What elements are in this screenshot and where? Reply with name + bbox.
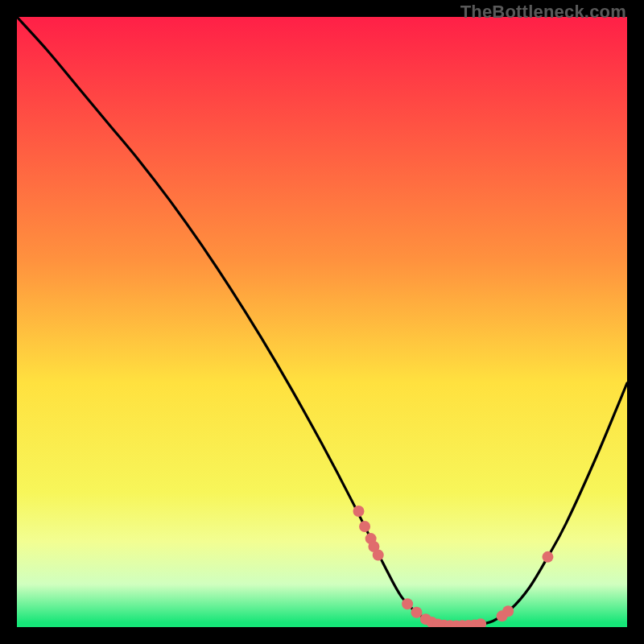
data-marker [542,551,553,563]
data-marker [359,521,370,532]
data-marker [402,598,413,609]
data-marker [411,607,422,618]
data-marker [373,550,384,561]
chart-frame: { "watermark": { "text": "TheBottleneck.… [0,0,644,644]
watermark-text: TheBottleneck.com [460,2,626,23]
data-marker [353,506,364,517]
chart-svg [17,17,627,627]
chart-background [17,17,627,627]
plot-area [17,17,627,627]
data-marker [502,605,514,617]
